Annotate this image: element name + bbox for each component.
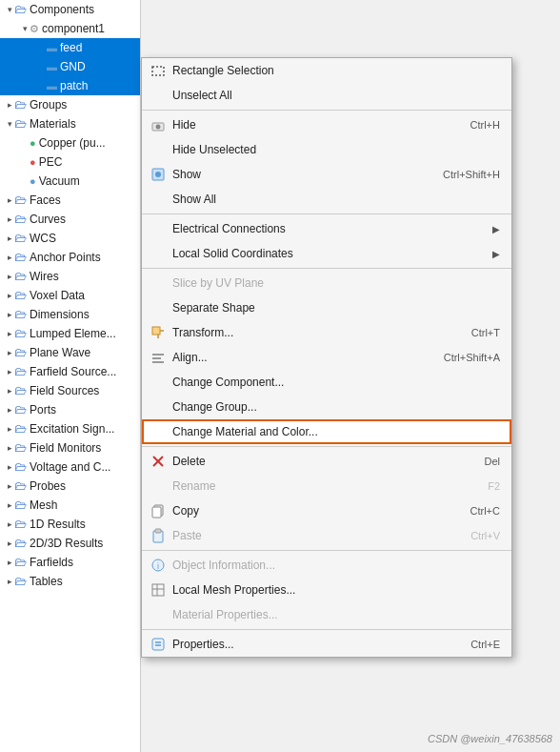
menu-item-local-mesh[interactable]: Local Mesh Properties... [142,578,511,602]
copy-icon [150,502,167,519]
shortcut-label: Del [484,456,500,467]
shortcut-label: Ctrl+T [471,327,500,338]
tree-item-copper[interactable]: ▸●Copper (pu... [0,133,140,152]
tree-item-materials[interactable]: ▾🗁Materials [0,114,140,133]
tree-item-plane-wave[interactable]: ▸🗁Plane Wave [0,343,140,362]
empty-icon [150,274,167,292]
menu-item-electrical-conn[interactable]: Electrical Connections▶ [142,216,511,241]
tree-label: Wires [30,268,59,285]
tree-item-feed[interactable]: ▸▬feed [0,38,140,57]
menu-item-separate-shape[interactable]: Separate Shape [142,295,511,320]
menu-item-local-solid[interactable]: Local Solid Coordinates▶ [142,241,511,266]
menu-label: Hide [172,118,196,132]
menu-item-align[interactable]: Align...Ctrl+Shift+A [142,345,511,370]
tree-label: Faces [30,192,61,209]
tree-label: Farfield Source... [30,363,116,380]
empty-icon [150,87,167,104]
tree-item-wcs[interactable]: ▸🗁WCS [0,229,140,248]
align-icon [150,349,167,366]
menu-item-show-all[interactable]: Show All [142,187,511,212]
submenu-arrow: ▶ [492,224,500,234]
svg-point-4 [155,172,161,177]
tree-item-pec[interactable]: ▸●PEC [0,152,140,172]
svg-rect-19 [152,584,164,596]
menu-label: Show [172,168,201,181]
tree-item-patch[interactable]: ▸▬patch [0,76,140,95]
tree-label: Components [30,1,94,18]
tree-item-mesh[interactable]: ▸🗁Mesh [0,496,140,515]
tree-label: feed [60,39,82,56]
empty-icon [150,191,167,208]
empty-icon [150,220,167,237]
menu-item-hide-unselected[interactable]: Hide Unselected [142,137,511,162]
empty-icon [150,398,167,416]
tree-item-components[interactable]: ▾🗁Components [0,0,140,19]
menu-label: Change Component... [172,376,284,389]
tree-item-component1[interactable]: ▾⚙component1 [0,19,140,38]
tree-item-voxel-data[interactable]: ▸🗁Voxel Data [0,286,140,305]
tree-item-groups[interactable]: ▸🗁Groups [0,95,140,114]
tree-item-anchor-points[interactable]: ▸🗁Anchor Points [0,248,140,267]
empty-icon [150,299,167,316]
tree-label: Plane Wave [30,344,90,361]
tree-item-field-monitors[interactable]: ▸🗁Field Monitors [0,438,140,457]
menu-item-delete[interactable]: DeleteDel [142,449,511,474]
menu-item-object-info: iObject Information... [142,553,511,578]
menu-label: Electrical Connections [172,222,286,235]
tree-label: Field Sources [30,382,99,399]
menu-item-copy[interactable]: CopyCtrl+C [142,498,511,523]
menu-item-change-component[interactable]: Change Component... [142,370,511,395]
menu-item-rect-select[interactable]: Rectangle Selection [142,58,511,83]
menu-label: Copy [172,504,199,518]
menu-separator [142,110,511,111]
tree-label: Copper (pu... [39,134,106,152]
menu-item-properties[interactable]: Properties...Ctrl+E [142,632,511,657]
tree-item-wires[interactable]: ▸🗁Wires [0,267,140,286]
menu-label: Rectangle Selection [172,64,274,77]
tree-item-field-sources[interactable]: ▸🗁Field Sources [0,381,140,400]
menu-item-change-group[interactable]: Change Group... [142,395,511,419]
tree-item-2d3d-results[interactable]: ▸🗁2D/3D Results [0,534,140,553]
tree-label: Voltage and C... [30,458,110,476]
menu-label: Show All [172,193,216,206]
tree-item-excitation-sig[interactable]: ▸🗁Excitation Sign... [0,419,140,438]
menu-item-unselect-all[interactable]: Unselect All [142,83,511,108]
shortcut-label: Ctrl+Shift+H [443,169,500,180]
props-icon [150,636,167,653]
rect-icon [150,62,167,79]
tree-item-1d-results[interactable]: ▸🗁1D Results [0,515,140,534]
svg-rect-8 [152,354,164,356]
mesh-icon [150,581,167,599]
menu-item-rename: RenameF2 [142,474,511,498]
tree-item-ports[interactable]: ▸🗁Ports [0,400,140,419]
tree-item-faces[interactable]: ▸🗁Faces [0,191,140,210]
menu-label: Delete [172,455,206,468]
tree-label: WCS [30,230,56,247]
tree-label: Dimensions [30,306,90,323]
delete-icon [150,453,167,470]
menu-item-transform[interactable]: Transform...Ctrl+T [142,320,511,345]
tree-item-lumped-elem[interactable]: ▸🗁Lumped Eleme... [0,324,140,343]
tree-item-farfield-src[interactable]: ▸🗁Farfield Source... [0,362,140,381]
tree-item-farfields[interactable]: ▸🗁Farfields [0,553,140,572]
menu-item-show[interactable]: ShowCtrl+Shift+H [142,162,511,187]
menu-label: Change Group... [172,400,257,414]
menu-item-hide[interactable]: HideCtrl+H [142,112,511,137]
menu-separator [142,446,511,447]
menu-label: Align... [172,351,208,364]
tree-item-vacuum[interactable]: ▸●Vacuum [0,172,140,191]
tree-item-probes[interactable]: ▸🗁Probes [0,477,140,496]
tree-item-voltage-c[interactable]: ▸🗁Voltage and C... [0,457,140,477]
menu-label: Change Material and Color... [172,425,318,438]
tree-item-dimensions[interactable]: ▸🗁Dimensions [0,305,140,324]
tree-item-tables[interactable]: ▸🗁Tables [0,572,140,591]
tree-label: Materials [30,115,76,132]
tree-label: Tables [30,573,63,590]
empty-icon [150,423,167,440]
menu-label: Material Properties... [172,608,278,621]
watermark: CSDN @weixin_47638568 [428,733,552,744]
tree-label: Lumped Eleme... [30,325,116,342]
menu-item-change-material[interactable]: Change Material and Color... [142,419,511,444]
tree-item-curves[interactable]: ▸🗁Curves [0,210,140,229]
tree-item-gnd[interactable]: ▸▬GND [0,57,140,76]
